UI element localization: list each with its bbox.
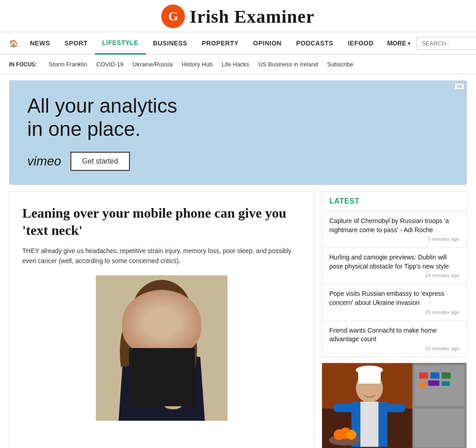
nav-item-business[interactable]: BUSINESS — [146, 32, 195, 55]
site-header: G Irish Examiner — [0, 0, 476, 32]
nav-item-opinion[interactable]: OPINION — [246, 32, 289, 55]
in-focus-life-hacks[interactable]: Life Hacks — [222, 61, 249, 68]
latest-item-3[interactable]: Pope visits Russian embassy to 'express … — [322, 284, 466, 320]
in-focus-storm-franklin[interactable]: Storm Franklin — [49, 61, 87, 68]
latest-title: LATEST — [329, 197, 360, 205]
sidebar-image[interactable] — [322, 363, 467, 448]
svg-rect-23 — [333, 404, 356, 412]
in-focus-us-business-ireland[interactable]: US Business in Ireland — [258, 61, 318, 68]
svg-point-20 — [356, 365, 383, 374]
more-label: MORE — [387, 40, 406, 47]
svg-rect-11 — [415, 408, 464, 447]
main-content: Leaning over your mobile phone can give … — [9, 191, 467, 448]
latest-item-title-4: Friend wants Connacht to make home advan… — [329, 326, 459, 344]
latest-item-title-3: Pope visits Russian embassy to 'express … — [329, 289, 459, 307]
ad-badge: Ad — [455, 83, 464, 90]
svg-rect-14 — [441, 372, 451, 378]
site-title: Irish Examiner — [189, 6, 314, 27]
ad-banner: Ad All your analyticsin one place. vimeo… — [9, 80, 467, 185]
more-menu[interactable]: MORE ▾ — [381, 32, 416, 55]
nav-item-iefood[interactable]: ieFOOD — [341, 32, 381, 55]
chevron-down-icon: ▾ — [408, 41, 410, 46]
article-card: Leaning over your mobile phone can give … — [9, 191, 314, 448]
in-focus-bar: IN FOCUS: Storm Franklin COVID-19 Ukrain… — [0, 55, 476, 74]
article-image-svg — [96, 275, 228, 421]
ad-cta-button[interactable]: Get started — [70, 152, 130, 171]
latest-item-time-3: 15 minutes ago — [329, 309, 459, 315]
home-icon[interactable]: 🏠 — [9, 39, 18, 48]
svg-rect-5 — [168, 368, 187, 396]
svg-point-1 — [132, 280, 191, 343]
latest-item-title-2: Hurling and camogie previews: Dublin wil… — [329, 253, 459, 271]
logo[interactable]: G Irish Examiner — [161, 5, 314, 28]
logo-letter: G — [169, 9, 178, 24]
latest-section: LATEST Capture of Chernobyl by Russian t… — [322, 191, 467, 357]
ad-bottom: vimeo Get started — [27, 152, 177, 171]
in-focus-label: IN FOCUS: — [9, 61, 37, 68]
in-focus-ukraine-russia[interactable]: Ukraine/Russia — [133, 61, 173, 68]
latest-item-time-2: 14 minutes ago — [329, 273, 459, 278]
svg-rect-17 — [441, 381, 450, 386]
svg-rect-4 — [166, 366, 189, 403]
article-excerpt: THEY already give us headaches, repetiti… — [22, 246, 301, 266]
svg-point-6 — [164, 400, 182, 409]
svg-rect-15 — [419, 381, 426, 388]
nav-item-sport[interactable]: SPORT — [57, 32, 95, 55]
ad-content: All your analyticsin one place. vimeo Ge… — [27, 95, 177, 170]
svg-point-2 — [140, 298, 183, 348]
nav-item-lifestyle[interactable]: LIFESTYLE — [95, 32, 146, 55]
nav-item-podcasts[interactable]: PODCASTS — [289, 32, 341, 55]
nav-items: NEWS SPORT LIFESTYLE BUSINESS PROPERTY O… — [23, 32, 381, 55]
latest-item-2[interactable]: Hurling and camogie previews: Dublin wil… — [322, 248, 466, 284]
sidebar: LATEST Capture of Chernobyl by Russian t… — [322, 191, 467, 448]
svg-rect-12 — [419, 372, 428, 378]
article-title: Leaning over your mobile phone can give … — [22, 204, 301, 239]
svg-rect-24 — [383, 404, 406, 412]
svg-point-28 — [347, 429, 357, 439]
in-focus-covid19[interactable]: COVID-19 — [96, 61, 124, 68]
latest-item-time-4: 19 minutes ago — [329, 346, 459, 351]
svg-rect-22 — [360, 402, 378, 447]
search-bar: 🔍 — [416, 36, 476, 50]
sidebar-image-svg — [322, 363, 466, 448]
latest-item-time-1: 3 minutes ago — [329, 236, 459, 242]
article-image — [96, 275, 228, 421]
in-focus-history-hub[interactable]: History Hub — [182, 61, 213, 68]
latest-item-1[interactable]: Capture of Chernobyl by Russian troops '… — [322, 211, 466, 248]
svg-rect-13 — [431, 372, 440, 378]
latest-item-4[interactable]: Friend wants Connacht to make home advan… — [322, 321, 466, 357]
main-nav: 🏠 NEWS SPORT LIFESTYLE BUSINESS PROPERTY… — [0, 32, 476, 55]
in-focus-subscribe[interactable]: Subscribe — [327, 61, 353, 68]
search-input[interactable] — [416, 37, 476, 50]
article-image-container — [22, 275, 301, 421]
logo-icon: G — [161, 5, 185, 28]
svg-rect-16 — [428, 380, 440, 386]
latest-header: LATEST — [322, 192, 466, 211]
nav-item-news[interactable]: NEWS — [23, 32, 57, 55]
svg-rect-3 — [154, 343, 169, 357]
svg-rect-0 — [96, 275, 228, 421]
nav-item-property[interactable]: PROPERTY — [194, 32, 246, 55]
ad-main-text: All your analyticsin one place. — [27, 95, 177, 140]
ad-logo: vimeo — [27, 154, 61, 169]
latest-item-title-1: Capture of Chernobyl by Russian troops '… — [329, 217, 459, 234]
